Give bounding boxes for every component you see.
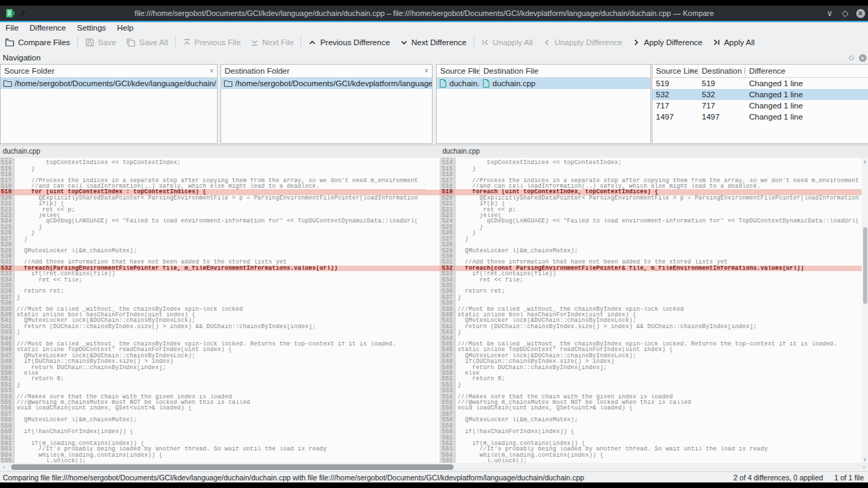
- difference-row-1497[interactable]: 14971497Changed 1 line: [652, 111, 868, 122]
- right-code: 513514 topContextIndices << topContextIn…: [440, 158, 862, 464]
- previous-file-button[interactable]: Previous File: [178, 35, 246, 50]
- next-difference-button[interactable]: Next Difference: [395, 35, 472, 50]
- difference-row-532[interactable]: 532532Changed 1 line: [652, 89, 868, 100]
- horizontal-scrollbar-handle[interactable]: [11, 464, 453, 470]
- apply-all-button[interactable]: Apply All: [707, 35, 760, 50]
- code-line-537: 537}: [0, 295, 426, 300]
- float-icon: ◇: [849, 54, 854, 61]
- line-number: 538: [0, 300, 15, 306]
- code-line-536: 536 return ret;: [0, 288, 426, 294]
- scroll-right-icon[interactable]: ›: [860, 463, 868, 471]
- line-number: 532: [0, 266, 15, 271]
- close-button[interactable]: ×: [853, 7, 868, 19]
- save-button[interactable]: Save: [80, 35, 121, 50]
- menu-item-settings[interactable]: Settings: [72, 22, 112, 33]
- source-line-header[interactable]: Source Line ∨: [652, 65, 698, 77]
- menu-item-help[interactable]: Help: [111, 22, 139, 33]
- sort-chevron-icon: ∨: [209, 65, 214, 77]
- code-text: ///Makes sure that the chain with the gi…: [15, 394, 426, 400]
- folder-icon: [3, 80, 12, 87]
- code-line-543: 543}: [440, 330, 862, 335]
- line-number: 541: [0, 318, 15, 323]
- save-all-button[interactable]: Save All: [121, 35, 173, 50]
- line-number: 556: [0, 405, 15, 411]
- source-folder-header[interactable]: Source Folder ∨: [1, 65, 217, 77]
- code-line-553: 553: [0, 388, 426, 393]
- code-line-558: 558 QMutexLocker l(&m_chainsMutex);: [0, 417, 426, 423]
- source-folder-row[interactable]: /home/sergobot/Documents/GCI/kdev/langua…: [1, 78, 217, 89]
- line-number: 542: [0, 324, 15, 330]
- code-line-524: 524 qCDebug(LANGUAGE) << "Failed to load…: [440, 218, 862, 224]
- code-text: [456, 242, 862, 247]
- toolbar-separator: [474, 36, 474, 49]
- difference-row-519[interactable]: 519519Changed 1 line: [652, 78, 868, 89]
- minimize-button[interactable]: ∨: [822, 7, 837, 19]
- previous-difference-button[interactable]: Previous Difference: [303, 35, 394, 50]
- vertical-scrollbar-handle[interactable]: [863, 227, 867, 304]
- close-dock-button[interactable]: ×: [857, 54, 868, 62]
- compare-files-button[interactable]: Compare Files: [0, 35, 75, 50]
- destination-folder-header[interactable]: Destination Folder ∨: [221, 65, 432, 77]
- code-text: else: [456, 371, 862, 376]
- code-text: return ret;: [456, 288, 862, 294]
- line-number: 521: [0, 201, 15, 206]
- screen: file:///home/sergobot/Documents/GCI/kdev…: [0, 0, 868, 488]
- code-line-519[interactable]: 519 for (uint topContextIndex : topConte…: [0, 189, 426, 195]
- code-text: ///@warning m_chainsMutex must NOT be lo…: [456, 400, 862, 405]
- diff-connector-band: [426, 266, 440, 271]
- code-line-527: 527 }: [0, 236, 426, 242]
- code-line-519[interactable]: 519 foreach (uint topContextIndex, topCo…: [440, 189, 862, 195]
- line-number: 529: [440, 248, 456, 254]
- line-number: 529: [0, 248, 15, 254]
- scroll-left-icon[interactable]: ‹: [0, 463, 8, 471]
- code-line-564: 564 while(m_loading.contains(index)) {: [440, 453, 862, 458]
- menu-item-difference[interactable]: Difference: [24, 22, 72, 33]
- code-text: ret << file;: [15, 277, 426, 283]
- code-line-536: 536 return ret;: [440, 288, 862, 294]
- code-text: if(DUChain::chainsByIndex.size() > index…: [456, 359, 862, 364]
- line-number: 535: [440, 283, 456, 288]
- code-text: //and can call loadInformation(..) safel…: [456, 184, 862, 189]
- difference-header[interactable]: Difference: [746, 65, 868, 77]
- menu-item-file[interactable]: File: [0, 22, 24, 33]
- difference-list: Source Line ∨ Destination Line Differenc…: [652, 64, 868, 144]
- code-line-543: 543}: [0, 330, 426, 335]
- code-line-518: 518 //and can call loadInformation(..) s…: [0, 184, 426, 189]
- float-dock-button[interactable]: ◇: [846, 54, 857, 61]
- code-text: foreach(const ParsingEnvironmentFilePoin…: [456, 266, 862, 271]
- destination-file-header[interactable]: Destination File: [480, 65, 650, 77]
- next-file-button[interactable]: Next File: [246, 35, 298, 50]
- vertical-scrollbar[interactable]: ∧ ∨: [862, 158, 868, 464]
- code-line-538: 538: [440, 300, 862, 306]
- code-text: else: [15, 371, 426, 376]
- unapply-difference-button[interactable]: Unapply Difference: [538, 35, 627, 50]
- code-line-551: 551 return 0;: [440, 376, 862, 382]
- apply-difference-button[interactable]: Apply Difference: [627, 35, 707, 50]
- line-number: 545: [440, 341, 456, 347]
- destination-line-header[interactable]: Destination Line: [698, 65, 746, 77]
- code-line-559: 559: [0, 423, 426, 429]
- difference-count: 2 of 4 differences, 0 applied: [728, 473, 829, 482]
- code-text: }: [456, 236, 862, 242]
- destination-folder-row[interactable]: /home/sergobot/Documents/GCI/kdevplatfor…: [221, 78, 432, 89]
- horizontal-scrollbar[interactable]: ‹ ›: [0, 463, 868, 471]
- code-text: [456, 388, 862, 393]
- next-difference-icon: [400, 38, 408, 47]
- code-line-544: 544: [440, 336, 862, 341]
- code-line-545: 545///Must be called _without_ the chain…: [440, 341, 862, 347]
- code-line-520: 520 QExplicitlySharedDataPointer< Parsin…: [0, 195, 426, 201]
- code-text: qCDebug(LANGUAGE) << "Failed to load env…: [15, 218, 426, 224]
- scroll-up-icon[interactable]: ∧: [862, 158, 868, 166]
- line-number: 543: [0, 330, 15, 335]
- maximize-button[interactable]: ◇: [837, 7, 853, 19]
- code-line-532[interactable]: 532 foreach(const ParsingEnvironmentFile…: [440, 266, 862, 271]
- cpp-file-icon: [440, 79, 447, 88]
- difference-row-717[interactable]: 717717Changed 1 line: [652, 100, 868, 111]
- file-row[interactable]: duchain.c... duchain.cpp: [437, 78, 650, 89]
- unapply-all-button[interactable]: Unapply All: [476, 35, 538, 50]
- source-file-header[interactable]: Source File ∨: [437, 65, 480, 77]
- line-number: 517: [440, 178, 456, 184]
- code-line-532[interactable]: 532 foreach(ParsingEnvironmentFilePointe…: [0, 266, 426, 271]
- unapply-difference-icon: [542, 38, 551, 47]
- line-number: 520: [440, 195, 456, 201]
